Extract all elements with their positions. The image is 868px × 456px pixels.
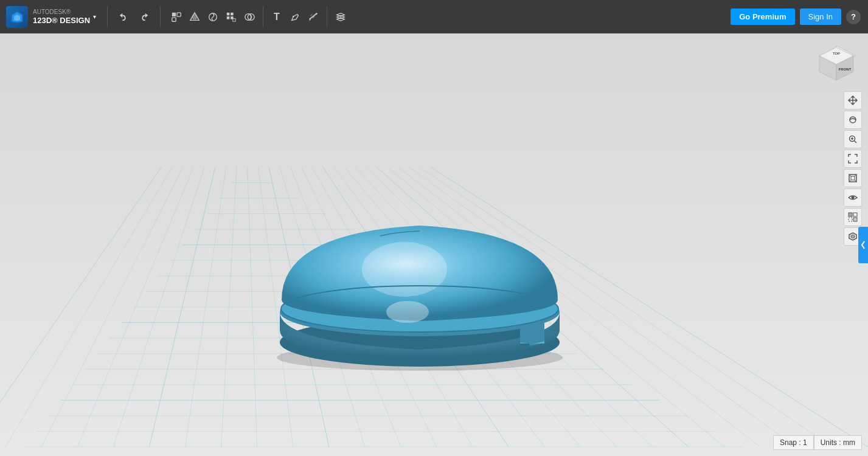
layers-tool-button[interactable] (332, 9, 349, 26)
svg-rect-5 (172, 17, 176, 21)
visibility-button[interactable] (844, 188, 862, 207)
primitives-tool-button[interactable] (186, 9, 203, 26)
3d-model-container (246, 136, 587, 379)
svg-marker-50 (851, 235, 855, 238)
right-controls-panel (844, 91, 862, 246)
pattern-tool-button[interactable] (223, 9, 240, 26)
svg-rect-8 (227, 12, 230, 15)
text-tool-button[interactable]: T (268, 9, 285, 26)
logo-area: AUTODESK® 123D® DESIGN ▾ (0, 6, 103, 28)
main-tools-group: T (164, 6, 353, 27)
svg-line-16 (311, 14, 313, 16)
svg-rect-46 (853, 213, 857, 216)
orbit-button[interactable] (844, 111, 862, 129)
main-toolbar: AUTODESK® 123D® DESIGN ▾ (0, 0, 868, 33)
svg-point-24 (362, 242, 447, 297)
svg-rect-9 (231, 12, 234, 15)
svg-rect-10 (227, 16, 230, 19)
undo-redo-group (111, 9, 156, 26)
divider-3 (263, 6, 263, 27)
view-cube[interactable]: TOP FRONT (813, 43, 859, 88)
zoom-button[interactable] (844, 130, 862, 148)
combine-tool-button[interactable] (241, 9, 258, 26)
perspective-button[interactable] (844, 169, 862, 187)
redo-button[interactable] (136, 9, 153, 26)
fit-view-button[interactable] (844, 150, 862, 168)
svg-point-25 (386, 301, 429, 323)
svg-text:FRONT: FRONT (839, 67, 852, 71)
svg-rect-39 (851, 176, 855, 180)
divider-4 (327, 6, 327, 27)
svg-rect-47 (849, 218, 852, 221)
svg-point-44 (852, 196, 855, 199)
svg-line-35 (855, 141, 857, 143)
right-toolbar: Go Premium Sign In ? (731, 9, 868, 25)
svg-rect-48 (853, 218, 857, 221)
bottom-status-bar: Snap : 1 Units : mm (773, 435, 862, 450)
3d-model-svg (246, 136, 587, 379)
sketch-tool-button[interactable] (286, 9, 304, 26)
units-indicator[interactable]: Units : mm (814, 435, 862, 450)
sign-in-button[interactable]: Sign In (800, 9, 841, 25)
measure-tool-button[interactable] (305, 9, 322, 26)
svg-rect-45 (849, 213, 852, 216)
side-panel-toggle-button[interactable] (858, 227, 868, 263)
divider-1 (107, 6, 108, 27)
svg-rect-4 (177, 12, 181, 16)
logo-icon (6, 6, 28, 28)
modify-tool-button[interactable] (204, 9, 221, 26)
logo-dropdown-icon[interactable]: ▾ (93, 13, 96, 20)
render-mode-button[interactable] (844, 208, 862, 226)
go-premium-button[interactable]: Go Premium (731, 9, 794, 25)
svg-text:TOP: TOP (833, 52, 840, 55)
transform-tool-button[interactable] (168, 9, 185, 26)
svg-point-6 (192, 14, 198, 19)
svg-point-15 (293, 15, 294, 17)
help-button[interactable]: ? (846, 10, 861, 24)
logo-text: AUTODESK® 123D® DESIGN (33, 8, 90, 26)
svg-point-33 (850, 117, 856, 123)
svg-rect-3 (172, 12, 176, 16)
snap-indicator[interactable]: Snap : 1 (773, 435, 814, 450)
3d-viewport[interactable]: TOP FRONT (0, 33, 868, 456)
divider-2 (160, 6, 161, 27)
pan-button[interactable] (844, 91, 862, 109)
undo-button[interactable] (115, 9, 132, 26)
